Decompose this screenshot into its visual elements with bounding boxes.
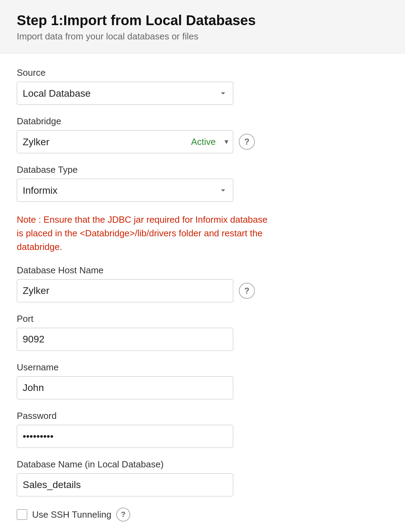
help-icon-text: ?: [244, 137, 250, 147]
page-title: Step 1:Import from Local Databases: [17, 13, 388, 28]
page-container: Step 1:Import from Local Databases Impor…: [0, 0, 405, 532]
databridge-help-icon[interactable]: ?: [239, 134, 255, 150]
databridge-label: Databridge: [17, 116, 388, 127]
db-host-help-icon[interactable]: ?: [239, 283, 255, 299]
ssh-help-icon[interactable]: ?: [116, 508, 130, 522]
databridge-select-wrapper: Zylker Active ▾: [17, 130, 233, 153]
port-input[interactable]: [17, 328, 233, 351]
help-icon-text: ?: [121, 510, 125, 519]
password-group: Password: [17, 411, 388, 448]
ssh-tunneling-checkbox[interactable]: [17, 509, 27, 520]
port-group: Port: [17, 313, 388, 351]
db-name-input[interactable]: [17, 473, 233, 496]
username-input[interactable]: [17, 376, 233, 399]
database-type-label: Database Type: [17, 164, 388, 175]
password-input[interactable]: [17, 425, 233, 448]
ssh-tunneling-label: Use SSH Tunneling: [32, 509, 111, 520]
db-host-group: Database Host Name ?: [17, 265, 388, 302]
db-host-input[interactable]: [17, 279, 233, 302]
db-host-label: Database Host Name: [17, 265, 388, 276]
page-subtitle: Import data from your local databases or…: [17, 31, 388, 42]
source-group: Source Local Database File Cloud Databas…: [17, 67, 388, 105]
username-label: Username: [17, 362, 388, 373]
db-name-label: Database Name (in Local Database): [17, 459, 388, 470]
source-select[interactable]: Local Database File Cloud Database: [17, 82, 233, 105]
source-label: Source: [17, 67, 388, 78]
database-type-group: Database Type Informix MySQL PostgreSQL …: [17, 164, 388, 202]
databridge-row: Zylker Active ▾ ?: [17, 130, 388, 153]
db-host-row: ?: [17, 279, 388, 302]
databridge-select[interactable]: Zylker: [17, 130, 233, 153]
databridge-group: Databridge Zylker Active ▾ ?: [17, 116, 388, 153]
help-icon-text: ?: [244, 286, 250, 296]
form-body: Source Local Database File Cloud Databas…: [0, 53, 405, 532]
username-group: Username: [17, 362, 388, 399]
db-name-group: Database Name (in Local Database): [17, 459, 388, 496]
ssh-tunneling-row: Use SSH Tunneling ?: [17, 508, 388, 522]
password-label: Password: [17, 411, 388, 421]
page-header: Step 1:Import from Local Databases Impor…: [0, 0, 405, 53]
informix-note: Note : Ensure that the JDBC jar required…: [17, 213, 275, 254]
database-type-select[interactable]: Informix MySQL PostgreSQL Oracle SQL Ser…: [17, 179, 233, 202]
port-label: Port: [17, 313, 388, 324]
